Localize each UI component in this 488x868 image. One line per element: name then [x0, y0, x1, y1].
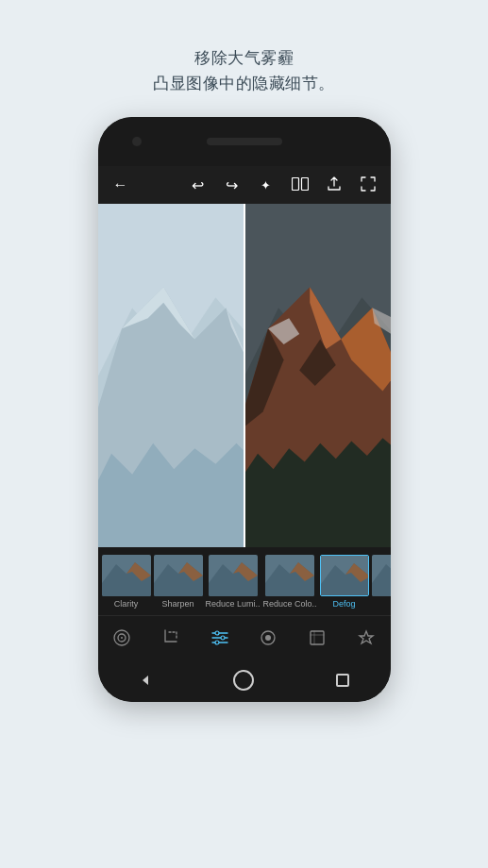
header-line1: 移除大气雾霾	[153, 45, 335, 71]
thumb-sharpen-img	[154, 555, 203, 596]
thumb-defog-label: Defog	[333, 599, 356, 609]
undo-icon[interactable]: ↩	[187, 176, 210, 194]
compare-icon[interactable]	[289, 177, 311, 193]
thumb-clarity[interactable]: Clarity	[102, 555, 151, 609]
back-icon[interactable]: ←	[109, 176, 132, 193]
thumb-reduce-lumi-label: Reduce Lumi..	[206, 599, 261, 609]
svg-point-46	[215, 641, 219, 644]
phone-top-bar	[98, 117, 391, 166]
svg-point-44	[215, 631, 219, 635]
thumb-defog-img	[320, 555, 369, 596]
crop-tool[interactable]	[154, 621, 188, 655]
redo-icon[interactable]: ↪	[221, 176, 244, 194]
thumb-reduce-colo[interactable]: Reduce Colo..	[263, 555, 317, 609]
phone-speaker	[207, 138, 282, 145]
adjust-tool[interactable]	[203, 621, 237, 655]
thumb-sharpen[interactable]: Sharpen	[154, 555, 203, 609]
nav-back-button[interactable]	[139, 674, 152, 687]
nav-home-button[interactable]	[233, 670, 254, 691]
phone-nav-bar	[98, 659, 391, 702]
header-text: 移除大气雾霾 凸显图像中的隐藏细节。	[153, 45, 335, 96]
thumb-clarity-img	[102, 555, 151, 596]
share-icon[interactable]	[323, 176, 345, 194]
magic-icon[interactable]: ✦	[255, 178, 278, 192]
image-after	[244, 204, 391, 547]
phone-mockup: ← ↩ ↪ ✦	[98, 117, 391, 702]
split-divider	[244, 204, 245, 547]
thumb-e-img	[372, 555, 391, 596]
transform-tool[interactable]	[300, 621, 334, 655]
filmstrip: Clarity Sharpen	[98, 547, 391, 615]
svg-rect-0	[292, 177, 298, 190]
svg-point-48	[265, 635, 271, 641]
thumb-e[interactable]: E	[372, 555, 391, 609]
svg-point-40	[121, 637, 123, 639]
phone-camera	[132, 137, 142, 146]
thumb-reduce-colo-img	[265, 555, 314, 596]
svg-rect-19	[244, 204, 391, 547]
thumb-defog[interactable]: Defog	[320, 555, 369, 609]
header-line2: 凸显图像中的隐藏细节。	[153, 71, 335, 96]
svg-rect-8	[98, 204, 244, 547]
svg-point-45	[221, 636, 225, 640]
healing-tool[interactable]	[349, 621, 383, 655]
svg-rect-1	[301, 177, 308, 190]
fullscreen-icon[interactable]	[357, 176, 379, 194]
presets-tool[interactable]	[105, 621, 139, 655]
nav-recents-button[interactable]	[336, 674, 349, 687]
thumb-reduce-lumi-img	[209, 555, 258, 596]
svg-rect-49	[311, 631, 324, 644]
page-wrapper: 移除大气雾霾 凸显图像中的隐藏细节。 ← ↩ ↪ ✦	[0, 0, 488, 868]
phone-screen: ← ↩ ↪ ✦	[98, 166, 391, 659]
svg-marker-50	[143, 676, 148, 685]
thumb-reduce-lumi[interactable]: Reduce Lumi..	[206, 555, 261, 609]
thumb-sharpen-label: Sharpen	[161, 599, 194, 609]
app-toolbar: ← ↩ ↪ ✦	[98, 166, 391, 204]
bottom-tools	[98, 615, 391, 659]
image-split-view	[98, 204, 391, 547]
thumb-clarity-label: Clarity	[114, 599, 139, 609]
thumb-reduce-colo-label: Reduce Colo..	[263, 599, 317, 609]
toolbar-right-icons: ↩ ↪ ✦	[187, 176, 379, 194]
detail-tool[interactable]	[251, 621, 285, 655]
image-before	[98, 204, 244, 547]
